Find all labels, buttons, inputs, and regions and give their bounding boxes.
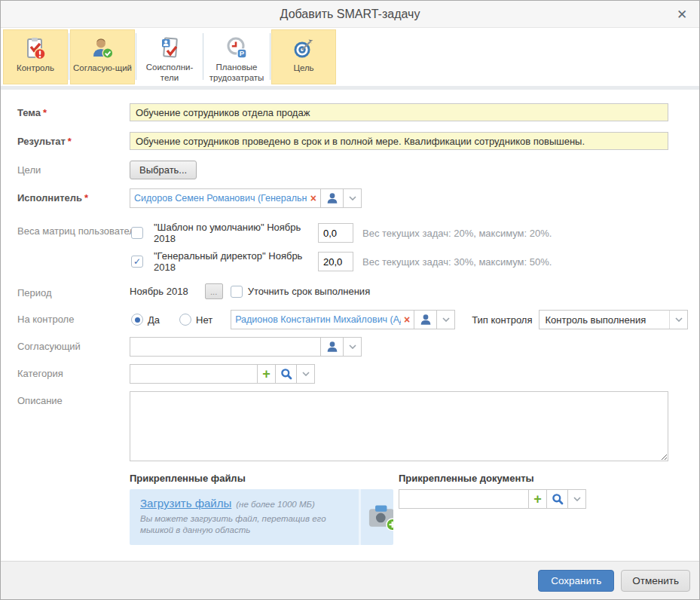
controller-picker: Радионов Константин Михайлович (Адми × <box>231 310 455 329</box>
camera-upload-icon[interactable] <box>361 489 393 545</box>
cancel-button[interactable]: Отменить <box>621 570 690 592</box>
required-mark: * <box>68 136 72 147</box>
clarify-deadline-label: Уточнить срок выполнения <box>248 286 371 297</box>
toolbar-button-kontrol[interactable]: Контроль <box>3 29 68 84</box>
add-category-icon[interactable]: + <box>257 364 276 384</box>
field-label-celi: Цели <box>1 161 130 179</box>
matrix-weight-input[interactable] <box>318 223 353 243</box>
toolbar-separator <box>203 33 203 80</box>
person-picker-icon[interactable] <box>414 310 437 329</box>
clarify-deadline-checkbox[interactable] <box>231 286 243 298</box>
category-value-box[interactable] <box>130 364 258 384</box>
period-picker-button[interactable]: ... <box>205 283 223 299</box>
toolbar-button-planovye-trudozatraty[interactable]: P Плановые трудозатраты <box>204 29 269 84</box>
add-document-icon[interactable]: + <box>528 489 547 509</box>
save-button[interactable]: Сохранить <box>538 570 614 592</box>
goal-target-icon <box>292 35 316 62</box>
chevron-down-icon <box>669 311 687 329</box>
toolbar-bottom-band <box>1 86 699 90</box>
chevron-down-icon[interactable] <box>567 489 586 509</box>
matrix-weight-hint: Вес текущих задач: 20%, максимум: 20%. <box>362 228 552 239</box>
field-label-tema: Тема* <box>1 103 130 121</box>
tema-input[interactable] <box>130 103 668 121</box>
rezultat-input[interactable] <box>130 132 668 150</box>
planned-labor-clock-icon: P <box>225 35 249 61</box>
field-label-kategoriya: Категория <box>1 364 130 384</box>
field-label-rezultat: Результат* <box>1 132 130 150</box>
executor-value-box[interactable]: Сидоров Семен Романович (Генеральнь × <box>130 188 321 208</box>
toolbar-button-label: Цель <box>274 63 334 74</box>
row-attachments: Прикрепленные файлы Загрузить файлы(не б… <box>1 473 699 545</box>
toolbar-button-label: Соисполни-тели <box>139 63 200 84</box>
controller-value-box[interactable]: Радионов Константин Михайлович (Адми × <box>231 310 414 329</box>
close-icon[interactable]: ✕ <box>674 6 690 23</box>
approver-picker <box>130 337 699 357</box>
toolbar-button-label: Согласую-щий <box>72 63 133 74</box>
control-yes-label: Да <box>148 314 160 326</box>
ribbon-toolbar: Контроль Согласую-щий <box>1 28 699 86</box>
document-picker: + <box>399 489 586 509</box>
attached-documents-label: Прикрепленные документы <box>399 473 586 484</box>
upload-size-note: (не более 1000 МБ) <box>236 500 315 509</box>
control-type-label: Тип контроля <box>472 314 532 326</box>
category-picker: + <box>130 364 699 384</box>
choose-goals-button[interactable]: Выбрать... <box>130 161 197 179</box>
row-soglasuyushchiy: Согласующий <box>1 337 699 357</box>
row-na-kontrole: На контроле Да Нет Радионов Константин М… <box>1 310 699 329</box>
row-ispolnitel: Исполнитель* Сидоров Семен Романович (Ге… <box>1 188 699 208</box>
document-value-box[interactable] <box>399 489 529 509</box>
approver-person-check-icon <box>90 35 115 62</box>
executor-value: Сидоров Семен Романович (Генеральнь <box>134 193 307 204</box>
field-label-na-kontrole: На контроле <box>1 310 130 329</box>
toolbar-separator <box>136 33 136 80</box>
attached-files-label: Прикрепленные файлы <box>130 473 393 484</box>
executor-picker: Сидоров Семен Романович (Генеральнь × <box>130 188 699 208</box>
field-label-opisanie: Описание <box>1 391 130 464</box>
upload-files-link[interactable]: Загрузить файлы <box>140 497 231 510</box>
svg-text:P: P <box>240 49 245 57</box>
dialog-title: Добавить SMART-задачу <box>280 8 420 21</box>
control-yes-radio[interactable] <box>131 314 143 326</box>
attached-documents-column: Прикрепленные документы + <box>399 473 586 545</box>
remove-icon[interactable]: × <box>310 192 316 204</box>
toolbar-button-label: Плановые трудозатраты <box>206 63 267 84</box>
toolbar-button-soglasuyushchiy[interactable]: Согласую-щий <box>70 29 135 84</box>
controller-value: Радионов Константин Михайлович (Адми <box>235 314 401 325</box>
chevron-down-icon[interactable] <box>343 188 362 208</box>
control-no-label: Нет <box>196 314 212 326</box>
control-type-select[interactable]: Контроль выполнения <box>539 310 688 329</box>
chevron-down-icon[interactable] <box>343 337 362 357</box>
matrix-weight-row: ✓ "Генеральный директор" Ноябрь 2018 Вес… <box>130 250 699 273</box>
matrix-checkbox-unchecked[interactable] <box>131 227 143 239</box>
row-kategoriya: Категория + <box>1 364 699 384</box>
field-label-soglasuyushchiy: Согласующий <box>1 337 130 357</box>
field-label-period: Период <box>1 283 130 299</box>
coexecutors-document-icon <box>157 35 182 61</box>
dialog-header: Добавить SMART-задачу ✕ <box>1 1 699 28</box>
control-no-radio[interactable] <box>179 314 191 326</box>
matrix-weight-row: "Шаблон по умолчанию" Ноябрь 2018 Вес те… <box>130 222 699 244</box>
control-clipboard-icon <box>23 35 47 62</box>
row-opisanie: Описание <box>1 391 699 464</box>
toolbar-button-tsel[interactable]: Цель <box>271 29 336 84</box>
search-icon[interactable] <box>275 364 297 384</box>
chevron-down-icon[interactable] <box>296 364 315 384</box>
field-label-ispolnitel: Исполнитель* <box>1 188 130 208</box>
required-mark: * <box>84 192 88 204</box>
person-picker-icon[interactable] <box>320 337 344 357</box>
row-tema: Тема* <box>1 103 699 121</box>
person-picker-icon[interactable] <box>320 188 344 208</box>
matrix-weight-input[interactable] <box>318 252 353 271</box>
matrix-title: "Шаблон по умолчанию" Ноябрь 2018 <box>154 222 318 244</box>
file-dropzone[interactable]: Загрузить файлы(не более 1000 МБ) Вы мож… <box>130 489 393 545</box>
toolbar-separator <box>270 33 271 80</box>
toolbar-separator <box>69 33 69 80</box>
search-icon[interactable] <box>546 489 568 509</box>
remove-icon[interactable]: × <box>404 314 410 326</box>
approver-value-box[interactable] <box>130 337 321 357</box>
toolbar-button-soispolniteli[interactable]: Соисполни-тели <box>137 29 202 84</box>
chevron-down-icon[interactable] <box>436 310 455 329</box>
matrix-title: "Генеральный директор" Ноябрь 2018 <box>154 250 318 273</box>
description-textarea[interactable] <box>130 391 668 461</box>
matrix-checkbox-checked[interactable]: ✓ <box>131 256 143 268</box>
